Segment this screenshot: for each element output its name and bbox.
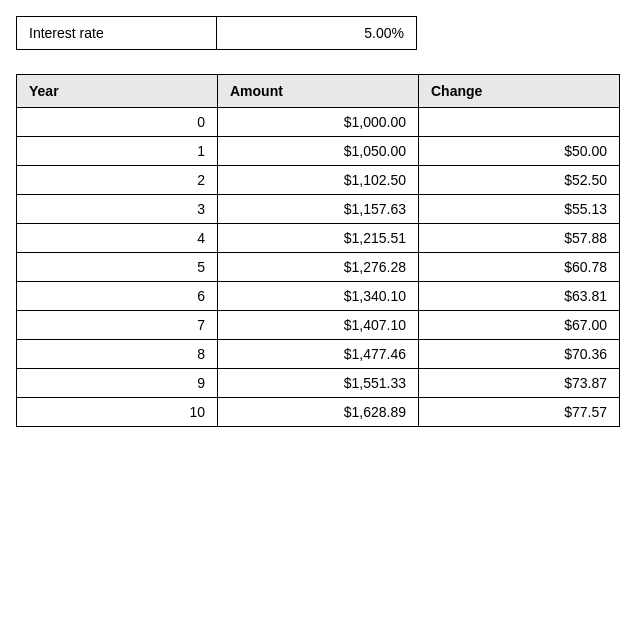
cell-change: $57.88 [419,224,620,253]
table-row: 5$1,276.28$60.78 [17,253,620,282]
cell-change: $67.00 [419,311,620,340]
cell-change: $73.87 [419,369,620,398]
cell-change: $70.36 [419,340,620,369]
table-row: 10$1,628.89$77.57 [17,398,620,427]
cell-change: $50.00 [419,137,620,166]
cell-amount: $1,000.00 [218,108,419,137]
table-row: 1$1,050.00$50.00 [17,137,620,166]
cell-change: $55.13 [419,195,620,224]
cell-amount: $1,551.33 [218,369,419,398]
header-year: Year [17,75,218,108]
cell-amount: $1,628.89 [218,398,419,427]
table-row: 6$1,340.10$63.81 [17,282,620,311]
cell-amount: $1,340.10 [218,282,419,311]
cell-amount: $1,050.00 [218,137,419,166]
cell-year: 2 [17,166,218,195]
table-row: 2$1,102.50$52.50 [17,166,620,195]
cell-amount: $1,157.63 [218,195,419,224]
cell-year: 1 [17,137,218,166]
cell-year: 10 [17,398,218,427]
interest-rate-label: Interest rate [17,17,217,50]
cell-change: $63.81 [419,282,620,311]
cell-year: 7 [17,311,218,340]
cell-year: 0 [17,108,218,137]
cell-change [419,108,620,137]
cell-amount: $1,407.10 [218,311,419,340]
table-row: 3$1,157.63$55.13 [17,195,620,224]
table-row: 4$1,215.51$57.88 [17,224,620,253]
cell-year: 9 [17,369,218,398]
cell-amount: $1,215.51 [218,224,419,253]
interest-rate-summary: Interest rate 5.00% [16,16,417,50]
cell-year: 3 [17,195,218,224]
cell-year: 5 [17,253,218,282]
cell-change: $77.57 [419,398,620,427]
table-row: 8$1,477.46$70.36 [17,340,620,369]
compound-interest-table: Year Amount Change 0$1,000.001$1,050.00$… [16,74,620,427]
cell-change: $60.78 [419,253,620,282]
cell-year: 8 [17,340,218,369]
cell-amount: $1,276.28 [218,253,419,282]
cell-change: $52.50 [419,166,620,195]
cell-year: 4 [17,224,218,253]
cell-amount: $1,102.50 [218,166,419,195]
header-change: Change [419,75,620,108]
interest-rate-value: 5.00% [217,17,417,50]
cell-year: 6 [17,282,218,311]
table-row: 0$1,000.00 [17,108,620,137]
table-row: 9$1,551.33$73.87 [17,369,620,398]
header-amount: Amount [218,75,419,108]
table-row: 7$1,407.10$67.00 [17,311,620,340]
cell-amount: $1,477.46 [218,340,419,369]
